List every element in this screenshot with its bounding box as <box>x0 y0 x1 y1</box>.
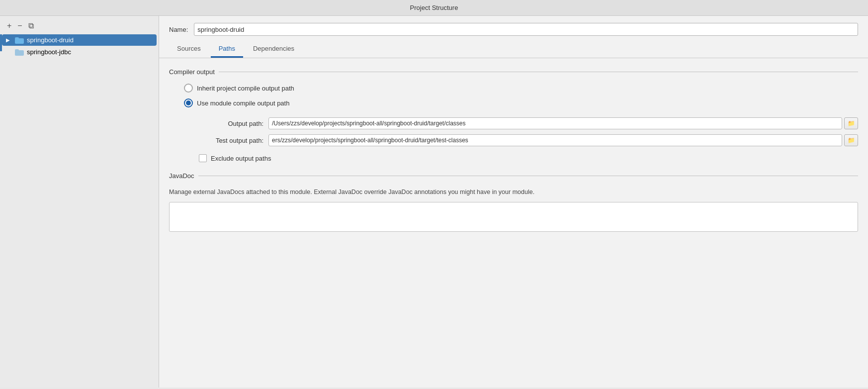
test-output-path-browse-button[interactable]: 📁 <box>844 134 858 146</box>
name-row: Name: <box>159 16 868 42</box>
radio-use-module-option[interactable]: Use module compile output path <box>184 98 858 107</box>
sidebar-item-springboot-jdbc[interactable]: ▶ springboot-jdbc <box>2 46 157 58</box>
javadoc-description: Manage external JavaDocs attached to thi… <box>169 188 858 197</box>
tabs-bar: Sources Paths Dependencies <box>159 42 868 58</box>
sidebar-toolbar: + − ⧉ <box>0 20 159 34</box>
radio-inherit-label: Inherit project compile output path <box>197 85 294 92</box>
radio-inherit-option[interactable]: Inherit project compile output path <box>184 84 858 93</box>
tab-dependencies[interactable]: Dependencies <box>245 42 302 58</box>
radio-inner-dot <box>186 100 191 105</box>
radio-use-module-circle <box>184 98 193 107</box>
javadoc-title: JavaDoc <box>169 172 194 180</box>
sidebar-item-label: springboot-jdbc <box>27 48 71 56</box>
radio-use-module-label: Use module compile output path <box>197 99 289 107</box>
folder-icon <box>15 37 24 44</box>
exclude-checkbox[interactable] <box>199 154 207 162</box>
tab-sources[interactable]: Sources <box>169 42 209 58</box>
javadoc-list-area <box>169 202 858 232</box>
name-label: Name: <box>169 26 188 33</box>
selected-indicator <box>0 34 2 51</box>
name-input[interactable] <box>194 23 858 36</box>
window-title: Project Structure <box>410 4 458 11</box>
folder-browse-icon-2: 📁 <box>848 137 855 144</box>
svg-rect-1 <box>15 37 19 39</box>
exclude-checkbox-label: Exclude output paths <box>211 155 271 162</box>
output-path-row: Output path: 📁 <box>199 117 858 129</box>
compiler-output-title: Compiler output <box>169 68 215 76</box>
copy-module-button[interactable]: ⧉ <box>27 22 35 30</box>
radio-inherit-circle <box>184 84 193 93</box>
add-module-button[interactable]: + <box>6 22 12 30</box>
folder-icon <box>15 49 24 56</box>
content-panel: Name: Sources Paths Dependencies Compile… <box>159 16 868 388</box>
sidebar-item-label: springboot-druid <box>27 36 74 44</box>
tab-paths[interactable]: Paths <box>211 42 243 58</box>
test-output-path-input[interactable] <box>268 134 842 146</box>
title-bar: Project Structure <box>0 0 868 16</box>
output-path-browse-button[interactable]: 📁 <box>844 117 858 129</box>
sidebar: + − ⧉ ▶ springboot-druid ▶ <box>0 16 159 388</box>
sidebar-item-springboot-druid[interactable]: ▶ springboot-druid <box>2 34 157 46</box>
remove-module-button[interactable]: − <box>16 22 23 30</box>
javadoc-section-header: JavaDoc <box>169 172 858 180</box>
test-output-path-row: Test output path: 📁 <box>199 134 858 146</box>
test-output-path-label: Test output path: <box>199 137 263 144</box>
output-path-label: Output path: <box>199 120 263 127</box>
section-divider <box>219 72 858 72</box>
svg-rect-3 <box>15 49 19 51</box>
compiler-output-radio-group: Inherit project compile output path Use … <box>184 84 858 107</box>
output-path-input-wrapper: 📁 <box>268 117 858 129</box>
compiler-output-section-header: Compiler output <box>169 68 858 76</box>
exclude-checkbox-row[interactable]: Exclude output paths <box>199 154 858 162</box>
javadoc-section-divider <box>198 176 858 176</box>
test-output-path-input-wrapper: 📁 <box>268 134 858 146</box>
folder-browse-icon: 📁 <box>848 120 855 127</box>
expand-arrow-icon: ▶ <box>6 37 12 43</box>
javadoc-section: JavaDoc Manage external JavaDocs attache… <box>169 172 858 232</box>
output-path-input[interactable] <box>268 117 842 129</box>
panel-content: Compiler output Inherit project compile … <box>159 58 868 388</box>
path-fields: Output path: 📁 Test output path: 📁 <box>199 117 858 146</box>
